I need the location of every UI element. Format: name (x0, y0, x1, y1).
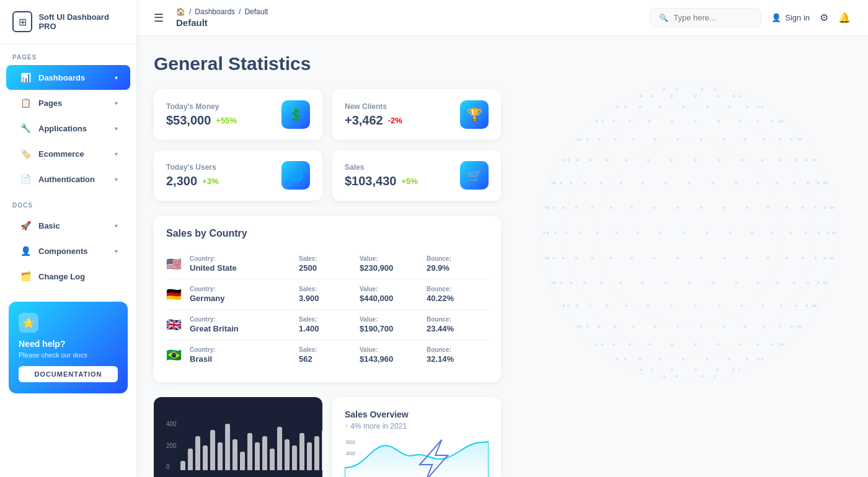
svg-point-374 (744, 138, 746, 141)
svg-point-204 (832, 232, 835, 234)
svg-point-54 (595, 343, 598, 346)
svg-point-379 (782, 120, 784, 123)
svg-point-6 (663, 375, 665, 377)
svg-point-285 (776, 182, 779, 185)
svg-point-180 (575, 257, 577, 260)
svg-point-154 (642, 281, 644, 284)
svg-point-385 (694, 120, 697, 123)
svg-point-39 (746, 358, 748, 361)
svg-point-157 (712, 281, 714, 284)
docs-section-label: DOCS (0, 192, 136, 212)
stat-change-1: -2% (388, 116, 402, 125)
svg-point-237 (789, 232, 792, 234)
search-input[interactable] (673, 13, 752, 22)
svg-point-337 (606, 159, 608, 162)
svg-point-370 (653, 138, 656, 141)
country-row-2: 🇬🇧 Country: Great Britain Sales: 1.400 V… (166, 310, 489, 340)
breadcrumb-home-icon[interactable]: 🏠 (176, 7, 185, 16)
svg-point-124 (761, 305, 764, 307)
svg-point-435 (732, 95, 735, 97)
notifications-icon[interactable]: 🔔 (838, 12, 851, 24)
stat-card-2: Today's Users 2,300 +3% 🌐 (154, 150, 322, 201)
svg-point-330 (576, 159, 578, 162)
svg-point-250 (724, 206, 726, 209)
svg-point-299 (554, 182, 556, 185)
svg-point-376 (779, 138, 781, 141)
help-title: Need help? (19, 339, 118, 349)
svg-point-56 (613, 343, 615, 346)
svg-point-20 (717, 369, 719, 371)
sidebar-item-pages[interactable]: 📋 Pages ▾ (6, 90, 130, 115)
signin-button[interactable]: 👤 Sign in (771, 13, 810, 22)
svg-point-52 (601, 343, 604, 346)
svg-point-282 (817, 182, 820, 185)
svg-point-293 (600, 182, 603, 185)
svg-point-228 (596, 232, 598, 234)
svg-point-333 (562, 159, 565, 162)
main-area: ☰ 🏠 / Dashboards / Default Default 🔍 👤 S… (136, 0, 868, 477)
svg-point-234 (728, 232, 731, 234)
svg-point-264 (562, 206, 565, 209)
sidebar-item-left: 👤 Components (19, 244, 87, 258)
sidebar-item-basic[interactable]: 🚀 Basic ▾ (6, 213, 130, 238)
country-name-col-3: Country: Brasil (190, 346, 294, 364)
sidebar-pages-arrow: ▾ (115, 100, 118, 107)
svg-point-409 (682, 106, 684, 108)
svg-point-2 (596, 140, 782, 326)
svg-point-351 (790, 138, 793, 141)
svg-point-138 (688, 281, 691, 284)
svg-point-266 (591, 206, 593, 209)
sidebar-item-applications[interactable]: 🔧 Applications ▾ (6, 116, 130, 141)
svg-point-12 (694, 369, 697, 371)
svg-point-386 (671, 120, 673, 123)
sidebar-item-authentication[interactable]: 📄 Authentication ▾ (6, 167, 130, 191)
svg-point-420 (728, 106, 730, 108)
svg-point-308 (712, 182, 714, 185)
sidebar-item-changelog[interactable]: 🗂️ Change Log (6, 264, 130, 289)
svg-point-353 (763, 138, 766, 141)
svg-point-109 (589, 305, 591, 307)
svg-point-438 (676, 89, 678, 91)
settings-icon[interactable]: ⚙ (820, 12, 828, 24)
svg-point-46 (717, 343, 720, 346)
sales-overview-subtitle: ↑ 4% more in 2021 (345, 422, 489, 431)
svg-point-314 (817, 182, 820, 185)
svg-point-49 (649, 343, 651, 346)
svg-point-194 (700, 257, 702, 260)
search-container: 🔍 (650, 8, 761, 27)
svg-point-388 (629, 120, 631, 123)
bar-13 (277, 427, 282, 470)
documentation-button[interactable]: DOCUMENTATION (19, 366, 118, 382)
sidebar-components-arrow: ▾ (115, 248, 118, 255)
svg-point-55 (601, 343, 604, 346)
breadcrumb: 🏠 / Dashboards / Default Default (176, 7, 268, 28)
svg-point-203 (834, 232, 836, 234)
svg-point-372 (700, 138, 702, 141)
svg-point-347 (805, 159, 808, 162)
menu-toggle[interactable]: ☰ (154, 11, 164, 25)
svg-point-428 (651, 95, 653, 97)
breadcrumb-dashboards[interactable]: Dashboards (195, 7, 235, 16)
svg-point-301 (570, 182, 572, 185)
svg-point-287 (735, 182, 738, 185)
sidebar-item-components[interactable]: 👤 Components ▾ (6, 239, 130, 263)
svg-point-30 (624, 358, 627, 361)
svg-point-295 (570, 182, 572, 185)
sidebar-item-ecommerce[interactable]: 🏷️ Ecommerce ▾ (6, 141, 130, 166)
svg-point-322 (741, 159, 743, 162)
svg-point-375 (763, 138, 766, 141)
svg-point-91 (744, 325, 746, 328)
svg-point-289 (688, 182, 691, 185)
topbar-page-title: Default (176, 17, 268, 28)
svg-point-401 (756, 120, 759, 123)
bounce-col-2: Bounce: 23.44% (427, 316, 489, 333)
svg-point-332 (562, 159, 565, 162)
value-col-3: Value: $143,960 (360, 346, 422, 364)
sidebar-item-dashboards[interactable]: 📊 Dashboards ▾ (6, 65, 130, 90)
svg-point-94 (790, 325, 793, 328)
charts-row: 400 200 0 Sales Overview ↑ 4% more in 20… (154, 397, 501, 477)
bar-19 (322, 430, 322, 470)
svg-point-382 (756, 120, 759, 123)
flag-1: 🇩🇪 (166, 287, 185, 302)
svg-point-80 (579, 325, 582, 328)
